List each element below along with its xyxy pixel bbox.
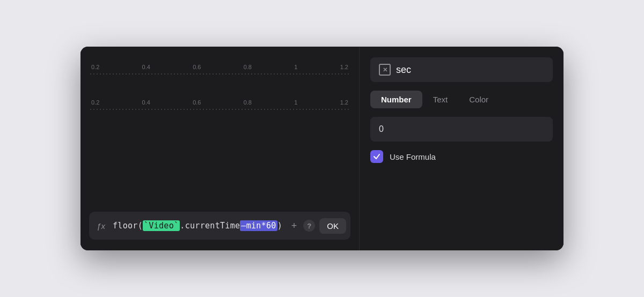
value-input-container[interactable]: 0 — [370, 117, 553, 142]
formula-calc-highlight: –min*60 — [240, 220, 277, 231]
ruler-section-2: 0.2 0.4 0.6 0.8 1 1.2 — [80, 93, 359, 112]
formula-add-button[interactable]: + — [289, 218, 299, 234]
ruler-labels-1: 0.2 0.4 0.6 0.8 1 1.2 — [89, 64, 350, 70]
formula-content[interactable]: floor(`Video`.currentTime–min*60) — [113, 220, 285, 231]
type-tabs: Number Text Color — [370, 91, 553, 108]
ruler-label: 0.8 — [244, 64, 252, 70]
tab-color[interactable]: Color — [458, 91, 499, 108]
ruler-label: 1.2 — [340, 99, 348, 106]
ruler-section-1: 0.2 0.4 0.6 0.8 1 1.2 — [80, 57, 359, 77]
left-panel: 0.2 0.4 0.6 0.8 1 1.2 0.2 0.4 0.6 0.8 1 … — [80, 47, 360, 250]
formula-ok-button[interactable]: OK — [319, 218, 346, 234]
right-panel: ✕ sec Number Text Color 0 Use Formula — [360, 47, 564, 250]
ruler-label: 0.4 — [142, 99, 150, 106]
ruler-label: 1 — [294, 99, 297, 106]
formula-prefix: floor( — [113, 221, 143, 231]
formula-video-highlight: `Video` — [143, 220, 180, 231]
ruler-label: 0.2 — [91, 99, 99, 106]
ruler-track-1 — [89, 72, 350, 77]
use-formula-row: Use Formula — [370, 150, 553, 163]
ruler-label: 0.2 — [91, 64, 99, 70]
tab-text[interactable]: Text — [422, 91, 459, 108]
use-formula-checkbox[interactable] — [370, 150, 383, 163]
field-header: ✕ sec — [370, 57, 553, 82]
formula-help-button[interactable]: ? — [303, 220, 315, 232]
ruler-label: 0.6 — [193, 64, 201, 70]
formula-bar: ƒx floor(`Video`.currentTime–min*60) + ?… — [89, 212, 350, 240]
tab-number[interactable]: Number — [370, 91, 422, 108]
formula-suffix: ) — [277, 221, 282, 231]
formula-actions: + ? OK — [289, 218, 346, 234]
main-container: 0.2 0.4 0.6 0.8 1 1.2 0.2 0.4 0.6 0.8 1 … — [80, 47, 564, 250]
ruler-label: 0.4 — [142, 64, 150, 70]
fx-icon: ƒx — [93, 218, 108, 233]
ruler-label: 1.2 — [340, 64, 348, 70]
ruler-labels-2: 0.2 0.4 0.6 0.8 1 1.2 — [89, 99, 350, 106]
ruler-label: 0.6 — [193, 99, 201, 106]
formula-property: .currentTime — [180, 221, 240, 231]
use-formula-label: Use Formula — [390, 152, 436, 161]
field-name: sec — [396, 64, 411, 76]
field-type-icon: ✕ — [379, 64, 391, 76]
ruler-track-2 — [89, 108, 350, 112]
ruler-label: 1 — [294, 64, 297, 70]
ruler-label: 0.8 — [244, 99, 252, 106]
value-display: 0 — [379, 124, 384, 133]
